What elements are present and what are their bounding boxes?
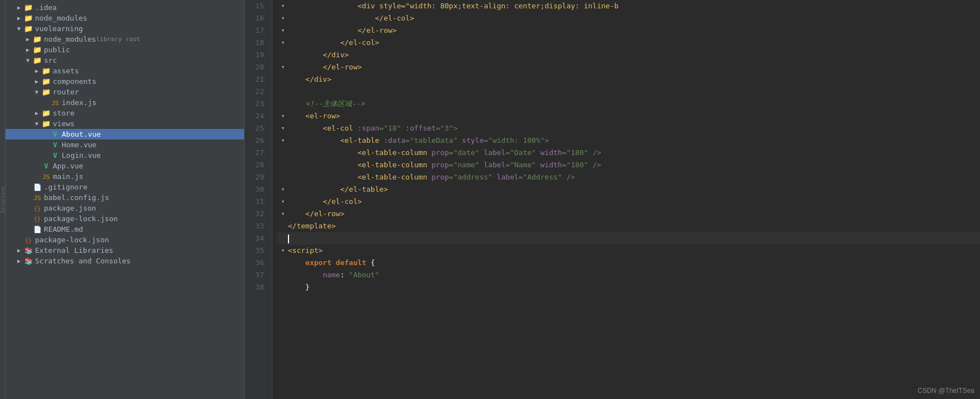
tree-arrow: ▶ [14,258,23,264]
sidebar-item-scratches[interactable]: ▶📚Scratches and Consoles [6,256,244,266]
fold-indicator[interactable]: ▾ [278,61,288,73]
line-number: 16 [245,12,267,24]
code-token: :offset [405,122,436,134]
file-icon-folder: 📁 [41,88,51,96]
code-token: style [462,134,484,147]
sidebar-item-main_js[interactable]: JSmain.js [6,171,244,182]
sidebar-item-ext_libraries[interactable]: ▶📚External Libraries [6,245,244,256]
code-token: width [540,147,562,159]
code-line: ▾ </el-col> [278,196,980,208]
file-label: .gitignore [44,183,87,191]
file-icon-folder: 📁 [41,119,51,128]
file-label: components [53,77,96,86]
sidebar-item-pkg_lock_root[interactable]: {}package-lock.json [6,235,244,245]
line-number: 24 [245,110,267,122]
sidebar-item-readme[interactable]: 📄README.md [6,224,244,235]
sidebar-item-router[interactable]: ▼📁router [6,87,244,97]
line-number: 17 [245,24,267,37]
sidebar-item-vuelearning[interactable]: ▼📁vuelearning [6,23,244,34]
sidebar-item-store[interactable]: ▶📁store [6,108,244,118]
file-label: assets [53,67,79,75]
sidebar-item-node_modules_lib[interactable]: ▶📁node_modules library root [6,34,244,44]
code-token: <el-table-column [357,171,431,183]
tree-arrow: ▶ [14,15,23,21]
sidebar-item-babel_config[interactable]: JSbabel.config.js [6,192,244,203]
sidebar-item-components[interactable]: ▶📁components [6,76,244,87]
sidebar-item-node_modules_root[interactable]: ▶📁node_modules [6,13,244,23]
fold-indicator[interactable]: ▾ [278,12,288,24]
file-label: .idea [35,3,57,12]
fold-indicator[interactable]: ▾ [278,122,288,134]
file-icon-js: JS [32,194,42,202]
fold-indicator[interactable]: ▾ [278,196,288,208]
sidebar-item-assets[interactable]: ▶📁assets [6,66,244,76]
code-token [288,147,357,159]
line-number: 25 [245,122,267,134]
cursor [288,232,293,245]
file-label: router [53,88,79,96]
sidebar-item-home_vue[interactable]: VHome.vue [6,139,244,150]
tree-arrow: ▼ [32,89,41,95]
code-line: ▾ <el-table :data="tableData" style="wid… [278,134,980,147]
code-token [288,61,323,73]
line-number: 19 [245,49,267,61]
code-token: prop [431,147,449,159]
sidebar-item-src[interactable]: ▼📁src [6,55,244,66]
code-token: <!--主体区域--> [305,98,365,110]
code-editor: 1516171819202122232425262728293031323334… [245,0,980,399]
fold-indicator[interactable]: ▾ [278,0,288,12]
file-label: views [53,119,74,128]
sidebar-item-views[interactable]: ▼📁views [6,118,244,129]
watermark: CSDN @TheITSea [918,387,974,395]
code-token: </div> [323,49,349,61]
file-label: main.js [53,172,83,181]
sidebar-item-app_vue[interactable]: VApp.vue [6,161,244,171]
code-token: :span [357,122,379,134]
code-token [288,281,305,293]
sidebar-item-gitignore[interactable]: 📄.gitignore [6,182,244,192]
fold-indicator[interactable]: ▾ [278,208,288,220]
fold-indicator[interactable]: ▾ [278,245,288,257]
sidebar-item-login_vue[interactable]: VLogin.vue [6,150,244,161]
fold-indicator[interactable]: ▾ [278,37,288,49]
file-icon-vue: V [41,162,51,170]
code-line: } [278,281,980,293]
code-token: "About" [349,269,380,281]
file-label: node_modules [44,35,96,43]
line-number: 27 [245,147,267,159]
file-tree-sidebar: ▶📁.idea▶📁node_modules▼📁vuelearning▶📁node… [6,0,245,399]
sidebar-item-idea[interactable]: ▶📁.idea [6,2,244,13]
line-number: 33 [245,220,267,232]
code-line: ▾ </el-table> [278,183,980,196]
file-badge: library root [96,36,140,43]
code-token: </el-col> [375,12,414,24]
code-token: ="address" [449,171,497,183]
file-label: src [44,56,57,64]
fold-indicator[interactable]: ▾ [278,110,288,122]
code-token: ="Date" [505,147,540,159]
code-line [278,232,980,245]
line-number: 22 [245,86,267,98]
line-number: 26 [245,134,267,147]
code-token [288,49,323,61]
file-icon-vue: V [50,141,60,149]
code-token: width [540,159,562,171]
fold-indicator[interactable]: ▾ [278,134,288,147]
tree-arrow: ▶ [32,110,41,116]
sidebar-item-about_vue[interactable]: VAbout.vue [6,129,244,139]
sidebar-item-package_lock[interactable]: {}package-lock.json [6,213,244,224]
code-token: { [366,257,375,269]
sidebar-item-package_json[interactable]: {}package.json [6,203,244,213]
code-area[interactable]: ▾ <div style="width: 80px;text-align: ce… [272,0,980,399]
sidebar-item-public[interactable]: ▶📁public [6,44,244,55]
sidebar-item-router_index[interactable]: JSindex.js [6,97,244,108]
file-icon-folder: 📁 [41,109,51,117]
code-token: <el-col [323,122,358,134]
code-token: </el-row> [323,61,362,73]
code-line: ▾ </el-row> [278,61,980,73]
code-token [288,24,357,37]
fold-indicator[interactable]: ▾ [278,183,288,196]
fold-indicator[interactable]: ▾ [278,24,288,37]
line-number: 32 [245,208,267,220]
code-token: </el-row> [305,208,344,220]
